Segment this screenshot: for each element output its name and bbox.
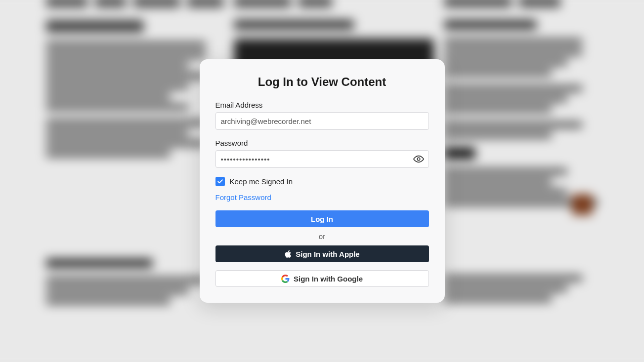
toggle-password-visibility-button[interactable] [411,152,426,166]
sign-in-google-button[interactable]: Sign In with Google [215,270,429,287]
login-modal: Log In to View Content Email Address Pas… [200,59,445,303]
apple-icon [284,250,292,258]
check-icon [217,178,223,185]
apple-button-label: Sign In with Apple [296,250,359,258]
password-input[interactable] [215,150,429,168]
email-label: Email Address [215,101,429,109]
password-label: Password [215,139,429,147]
email-input[interactable] [215,112,429,130]
modal-title: Log In to View Content [215,75,429,89]
keep-signed-in-row: Keep me Signed In [215,177,429,186]
keep-signed-in-label: Keep me Signed In [230,177,293,186]
google-icon [281,275,290,283]
sign-in-apple-button[interactable]: Sign In with Apple [215,245,429,262]
forgot-password-link[interactable]: Forgot Password [215,193,271,201]
google-button-label: Sign In with Google [294,275,363,283]
modal-overlay: Log In to View Content Email Address Pas… [0,0,644,362]
or-divider: or [215,232,429,241]
eye-icon [413,154,424,164]
login-button-label: Log In [311,215,333,223]
login-button[interactable]: Log In [215,210,429,227]
email-input-wrap [215,112,429,130]
svg-point-0 [417,158,420,161]
keep-signed-in-checkbox[interactable] [215,177,225,186]
password-field-group: Password [215,139,429,168]
password-input-wrap [215,150,429,168]
email-field-group: Email Address [215,101,429,130]
